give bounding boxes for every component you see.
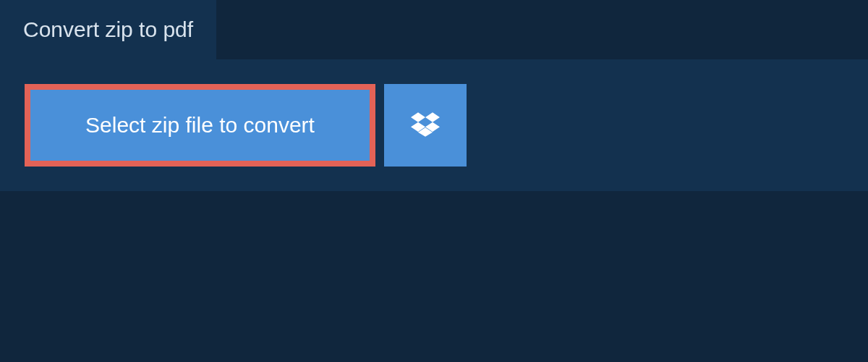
select-file-button[interactable]: Select zip file to convert: [25, 84, 375, 167]
button-row: Select zip file to convert: [25, 84, 843, 167]
select-file-label: Select zip file to convert: [85, 113, 315, 138]
tab-title: Convert zip to pdf: [23, 17, 193, 41]
dropbox-button[interactable]: [384, 84, 467, 167]
tab-convert[interactable]: Convert zip to pdf: [0, 0, 216, 59]
upload-panel: Select zip file to convert: [0, 59, 868, 191]
dropbox-icon: [411, 110, 440, 141]
